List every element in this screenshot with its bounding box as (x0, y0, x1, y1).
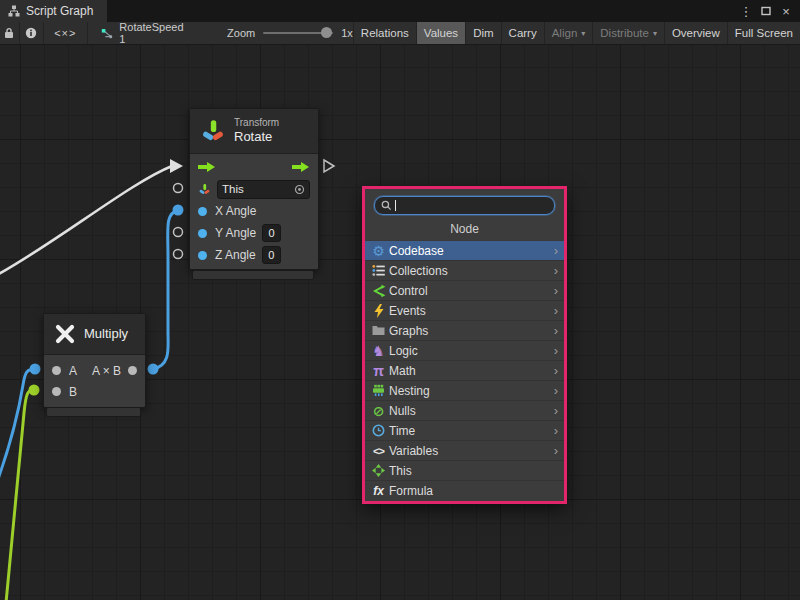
finder-item-variables[interactable]: <> Variables › (365, 440, 564, 460)
port-label: A (69, 364, 77, 378)
toolbar-toggles: Relations Values Dim Carry Align ▾ Distr… (353, 22, 800, 44)
breadcrumb[interactable]: RotateSpeed 1 (100, 22, 185, 44)
node-header[interactable]: Transform Rotate (190, 109, 318, 154)
control-out-arrow-icon[interactable] (292, 161, 310, 173)
tab-script-graph[interactable]: Script Graph (0, 0, 107, 22)
xangle-port-row[interactable]: X Angle (190, 200, 318, 222)
port-yangle-unconnected[interactable] (174, 228, 183, 237)
node-title: Multiply (84, 326, 128, 342)
object-picker-icon[interactable] (294, 184, 305, 195)
finder-item-time[interactable]: Time › (365, 420, 564, 440)
finder-item-this[interactable]: This (365, 460, 564, 480)
yangle-port-row[interactable]: Y Angle 0 (190, 222, 318, 244)
port-multiply-b-connected[interactable] (29, 385, 40, 396)
unity-visual-scripting-window: Script Graph ⋮ × <×> (0, 0, 800, 600)
zoom-slider[interactable] (263, 32, 333, 34)
port-label: X Angle (215, 204, 256, 218)
folder-icon (370, 325, 387, 336)
object-port-icon (52, 366, 61, 375)
multiply-icon (54, 323, 76, 345)
port-multiply-a-connected[interactable] (30, 364, 41, 375)
port-label: Y Angle (215, 226, 256, 240)
finder-item-math[interactable]: π Math › (365, 360, 564, 380)
value-wire-to-multiply-b[interactable] (6, 390, 34, 600)
object-port-icon (128, 366, 137, 375)
finder-search-field[interactable] (374, 196, 555, 215)
relations-toggle[interactable]: Relations (353, 22, 416, 44)
multiply-b-row[interactable]: B (44, 381, 145, 402)
clock-icon (370, 424, 387, 437)
node-body: This X Angle Y Angle 0 (190, 154, 318, 269)
control-port-row (190, 156, 318, 178)
value-wire-to-multiply-a[interactable] (0, 369, 35, 482)
zoom-slider-knob[interactable] (321, 27, 332, 38)
multiply-a-row[interactable]: A A × B (44, 360, 145, 381)
graph-canvas[interactable]: Transform Rotate (0, 45, 800, 600)
list-bullets-icon (370, 264, 387, 277)
control-in-arrow-icon[interactable] (198, 161, 216, 173)
maximize-icon[interactable] (758, 3, 774, 19)
code-preview-button[interactable]: <×> (44, 22, 88, 44)
zoom-control: Zoom 1x (227, 22, 353, 44)
this-object-field[interactable]: This (217, 180, 310, 199)
lock-button[interactable] (0, 22, 20, 44)
kebab-menu-icon[interactable]: ⋮ (738, 3, 754, 19)
finder-item-collections[interactable]: Collections › (365, 260, 564, 280)
lightning-icon (370, 304, 387, 318)
port-zangle-unconnected[interactable] (174, 250, 183, 259)
finder-item-control[interactable]: Control › (365, 280, 564, 300)
knight-icon: ♞ (370, 343, 387, 359)
node-header[interactable]: Multiply (44, 314, 145, 355)
float-port-icon (198, 207, 207, 216)
chevron-right-icon: › (554, 323, 560, 338)
zoom-label: Zoom (227, 27, 255, 39)
finder-item-events[interactable]: Events › (365, 300, 564, 320)
graph-icon (8, 5, 20, 17)
close-icon[interactable]: × (778, 3, 794, 19)
finder-header: Node (365, 220, 564, 238)
chevron-right-icon: › (554, 343, 560, 358)
chevron-right-icon: › (554, 283, 560, 298)
title-bar: Script Graph ⋮ × (0, 0, 800, 22)
chevron-right-icon: › (554, 263, 560, 278)
branch-arrows-icon (370, 284, 387, 298)
distribute-dropdown[interactable]: Distribute ▾ (592, 22, 664, 44)
node-title: Rotate (234, 129, 279, 145)
text-cursor (395, 200, 396, 211)
node-multiply[interactable]: Multiply A A × B B (43, 313, 146, 408)
info-button[interactable] (20, 22, 44, 44)
finder-item-graphs[interactable]: Graphs › (365, 320, 564, 340)
finder-item-nulls[interactable]: ⊘ Nulls › (365, 400, 564, 420)
yangle-value-field[interactable]: 0 (262, 224, 281, 242)
full-screen-button[interactable]: Full Screen (727, 22, 800, 44)
port-multiply-output-connected[interactable] (148, 364, 159, 375)
nested-graph-icon (370, 384, 387, 397)
finder-item-logic[interactable]: ♞ Logic › (365, 340, 564, 360)
multiply-node-footer (46, 407, 141, 417)
port-control-out-unconnected[interactable] (324, 160, 334, 172)
zangle-value-field[interactable]: 0 (262, 246, 281, 264)
zangle-port-row[interactable]: Z Angle 0 (190, 244, 318, 266)
info-icon (25, 27, 37, 39)
zoom-value: 1x (341, 27, 353, 39)
values-toggle[interactable]: Values (416, 22, 465, 44)
pi-icon: π (370, 363, 387, 379)
overview-button[interactable]: Overview (664, 22, 727, 44)
carry-toggle[interactable]: Carry (501, 22, 544, 44)
object-port-icon (52, 387, 61, 396)
finder-item-nesting[interactable]: Nesting › (365, 380, 564, 400)
port-xangle-connected[interactable] (173, 205, 184, 216)
port-this-unconnected[interactable] (174, 184, 183, 193)
dim-toggle[interactable]: Dim (465, 22, 500, 44)
finder-item-codebase[interactable]: ⚙ Codebase › (365, 240, 564, 260)
lock-icon (4, 27, 14, 39)
null-slash-icon: ⊘ (370, 403, 387, 419)
node-transform-rotate[interactable]: Transform Rotate (189, 108, 319, 270)
node-body: A A × B B (44, 355, 145, 407)
align-dropdown[interactable]: Align ▾ (544, 22, 593, 44)
port-label: B (69, 385, 77, 399)
angle-brackets-icon: <> (370, 445, 387, 457)
finder-item-formula[interactable]: fx Formula (365, 480, 564, 500)
control-wire[interactable] (0, 166, 172, 275)
dropdown-arrow-icon: ▾ (653, 29, 657, 38)
